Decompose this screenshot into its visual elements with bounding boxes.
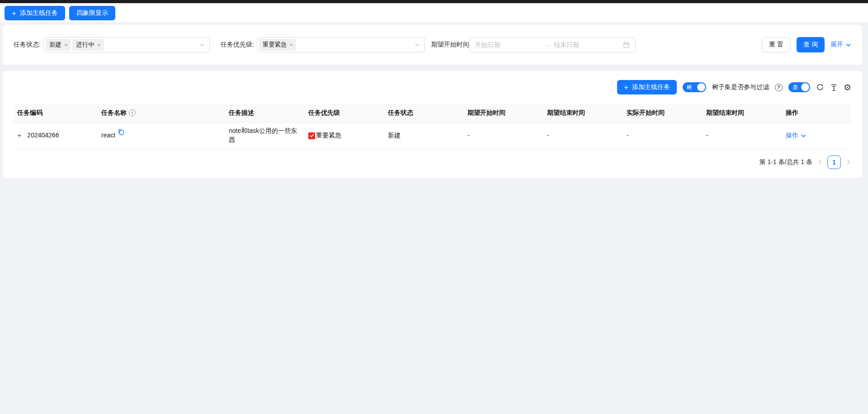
cell-task-name: react	[98, 122, 225, 149]
task-code: 202404266	[27, 131, 59, 140]
help-icon[interactable]: ?	[775, 84, 783, 91]
copy-icon[interactable]	[118, 129, 124, 135]
row-height-icon[interactable]	[830, 84, 838, 91]
range-arrow-icon: →	[544, 42, 550, 48]
cell-actual-start: -	[623, 122, 703, 149]
calendar-icon	[623, 42, 630, 48]
top-strip	[0, 0, 868, 3]
plus-icon: +	[12, 9, 16, 17]
tree-filter-switch[interactable]: 是	[788, 82, 810, 92]
page-1-button[interactable]: 1	[827, 155, 841, 169]
reset-button[interactable]: 重 置	[762, 37, 791, 52]
task-name: react	[101, 131, 115, 140]
cell-expected-end: -	[543, 122, 623, 149]
expand-filters-link[interactable]: 展开	[830, 41, 851, 49]
tag-label: 重要紧急	[263, 41, 287, 49]
filter-actions: 重 置 查 询 展开	[762, 37, 851, 52]
end-date-input[interactable]	[554, 41, 619, 48]
header-label: 任务名称	[101, 109, 127, 117]
cell-expected-start: -	[464, 122, 543, 149]
header-expected-start: 期望开始时间	[464, 104, 543, 122]
header-task-name: 任务名称 i	[98, 104, 225, 122]
table-row: + 202404266 react	[14, 122, 851, 149]
action-bar: + 添加主线任务 四象限显示	[0, 3, 868, 22]
header-actions: 操作	[782, 104, 851, 122]
close-icon[interactable]: ×	[64, 42, 68, 48]
task-priority-label: 任务优先级:	[221, 41, 254, 49]
close-icon[interactable]: ×	[97, 42, 101, 48]
header-task-priority: 任务优先级	[305, 104, 384, 122]
refresh-icon[interactable]	[816, 83, 824, 91]
add-main-task-label: 添加主线任务	[20, 9, 58, 17]
expected-start-label: 期望开始时间	[431, 41, 469, 49]
pagination-summary: 第 1-1 条/总共 1 条	[760, 158, 812, 166]
task-priority-select[interactable]: 重要紧急 ×	[257, 37, 425, 52]
cell-task-description: note和task公用的一些东西	[225, 122, 305, 149]
cell-actions: 操作	[782, 122, 851, 149]
task-priority-tag: 重要紧急 ×	[259, 39, 297, 51]
table-header-row: 任务编码 任务名称 i 任务描述 任务优先级 任务状态 期望开始时间 期望结束时…	[14, 104, 851, 122]
cell-task-code: + 202404266	[14, 122, 98, 149]
pagination: 第 1-1 条/总共 1 条 1	[14, 155, 851, 169]
expand-row-button[interactable]: +	[17, 132, 21, 139]
gear-icon[interactable]: ⚙	[844, 83, 851, 92]
start-date-input[interactable]	[475, 41, 541, 48]
row-actions-dropdown[interactable]: 操作	[786, 131, 807, 140]
action-label: 操作	[786, 131, 798, 140]
header-expected-end-2: 期望结束时间	[703, 104, 782, 122]
task-status-tag: 新建 ×	[46, 39, 71, 51]
expected-start-date-range[interactable]: →	[469, 37, 636, 52]
quadrant-display-button[interactable]: 四象限显示	[69, 6, 115, 20]
tag-label: 新建	[49, 41, 61, 49]
expand-label: 展开	[830, 41, 843, 49]
chevron-down-icon	[845, 42, 851, 48]
tree-filter-label: 树子集是否参与过滤	[712, 83, 769, 91]
priority-label: 重要紧急	[316, 131, 341, 140]
plus-icon: +	[624, 84, 628, 91]
switch-knob	[801, 83, 809, 91]
table-toolbar: + 添加主线任务 树 树子集是否参与过滤 ? 是 ⚙	[14, 80, 851, 94]
task-status-tag: 进行中 ×	[72, 39, 104, 51]
chevron-down-icon	[199, 42, 205, 47]
switch-label: 是	[793, 84, 798, 91]
next-page-button[interactable]	[845, 159, 851, 165]
header-task-status: 任务状态	[384, 104, 464, 122]
task-table: 任务编码 任务名称 i 任务描述 任务优先级 任务状态 期望开始时间 期望结束时…	[14, 104, 851, 149]
info-icon[interactable]: i	[129, 109, 136, 116]
task-status-label: 任务状态:	[14, 41, 41, 49]
task-status-select[interactable]: 新建 × 进行中 ×	[43, 37, 210, 52]
add-main-task-label: 添加主线任务	[632, 83, 670, 91]
cell-task-status: 新建	[384, 122, 464, 149]
header-task-code: 任务编码	[14, 104, 98, 122]
query-button[interactable]: 查 询	[797, 37, 825, 52]
switch-knob	[697, 83, 705, 91]
tree-mode-switch[interactable]: 树	[683, 82, 706, 92]
filter-card: 任务状态: 新建 × 进行中 × 任务优先级: 重要紧急 × 期望开始时间 →	[3, 25, 862, 65]
priority-checkbox-icon	[308, 132, 315, 139]
prev-page-button[interactable]	[817, 159, 823, 165]
switch-label: 树	[687, 84, 692, 91]
chevron-down-icon	[801, 133, 807, 139]
header-actual-start: 实际开始时间	[623, 104, 703, 122]
close-icon[interactable]: ×	[290, 42, 293, 48]
header-task-description: 任务描述	[225, 104, 305, 122]
task-table-card: + 添加主线任务 树 树子集是否参与过滤 ? 是 ⚙	[3, 71, 862, 178]
add-main-task-button[interactable]: + 添加主线任务	[5, 6, 65, 20]
header-expected-end: 期望结束时间	[543, 104, 623, 122]
add-main-task-button[interactable]: + 添加主线任务	[617, 80, 677, 94]
cell-expected-end-2: -	[703, 122, 782, 149]
chevron-down-icon	[415, 42, 420, 47]
cell-task-priority: 重要紧急	[305, 122, 384, 149]
tag-label: 进行中	[76, 41, 94, 49]
